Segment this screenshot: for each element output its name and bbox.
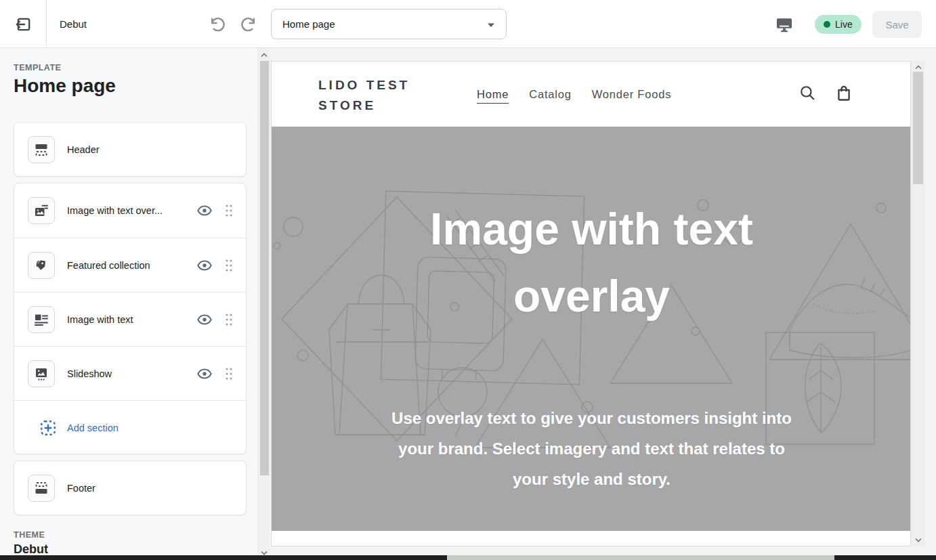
hero-heading: Image with text overlay [358,196,826,330]
sidebar-item-header[interactable]: Header [14,123,246,177]
section-card-header: Header [14,122,247,177]
sidebar-page-title: Home page [14,75,116,97]
store-header: LIDO TEST STORE Home Catalog Wonder Food… [272,62,910,127]
sidebar: TEMPLATE Home page Header [0,48,257,560]
topbar: Debut Home page Live Save [0,0,936,48]
scrollbar-thumb[interactable] [260,61,269,475]
desktop-monitor-icon [775,15,794,34]
store-logo[interactable]: LIDO TEST STORE [318,75,433,116]
add-section-icon [39,418,58,437]
hero-section[interactable]: Image with text overlay Use overlay text… [272,127,911,531]
section-card-group: Image with text over... [14,183,247,454]
visibility-eye-icon[interactable] [196,311,213,328]
template-label: TEMPLATE [14,63,61,72]
featured-collection-icon [28,252,55,279]
theme-label: THEME [14,530,45,540]
store-nav: Home Catalog Wonder Foods [477,62,671,127]
scroll-down-icon[interactable] [911,535,925,544]
add-section-label: Add section [67,401,119,454]
topbar-divider [46,0,47,47]
section-label: Header [67,123,100,177]
footer-icon [28,475,55,502]
drag-handle-icon[interactable] [223,311,235,328]
cart-bag-icon[interactable] [834,83,853,105]
nav-link-wonder-foods[interactable]: Wonder Foods [592,88,672,101]
image-with-text-icon [28,306,55,333]
bottom-strip-left [0,555,447,560]
live-status-badge: Live [815,15,861,34]
section-card-footer: Footer [14,460,247,515]
store-preview-page: LIDO TEST STORE Home Catalog Wonder Food… [271,61,911,546]
nav-link-home[interactable]: Home [477,88,509,101]
bottom-strip-right [834,555,936,560]
nav-link-catalog[interactable]: Catalog [529,88,571,101]
section-label: Footer [67,461,95,515]
page-selector-value: Home page [282,18,335,30]
scroll-up-icon[interactable] [911,62,925,72]
sidebar-item-footer[interactable]: Footer [14,461,246,515]
section-label: Slideshow [67,347,112,401]
undo-button[interactable] [205,14,228,35]
redo-icon [240,16,258,34]
undo-icon [208,16,226,34]
search-icon[interactable] [799,84,816,104]
live-label: Live [835,19,853,30]
sidebar-item-featured-collection[interactable]: Featured collection [14,238,246,292]
redo-button[interactable] [237,14,260,35]
sidebar-item-image-with-text-overlay[interactable]: Image with text over... [14,184,246,238]
section-label: Image with text [67,293,133,347]
add-section-button[interactable]: Add section [14,400,246,454]
live-dot-icon [824,21,830,28]
sidebar-item-slideshow[interactable]: Slideshow [14,346,246,400]
sidebar-scrollbar[interactable] [257,48,270,560]
drag-handle-icon[interactable] [223,366,235,382]
drag-handle-icon[interactable] [223,202,235,219]
preview-scrollbar[interactable] [911,61,925,546]
image-text-overlay-icon [28,197,55,224]
drag-handle-icon[interactable] [223,257,235,274]
exit-icon [14,15,33,34]
visibility-eye-icon[interactable] [196,202,213,219]
bottom-strip-middle [447,555,834,560]
topbar-theme-name: Debut [60,0,87,47]
theme-name: Debut [14,542,48,557]
exit-editor-button[interactable] [11,12,37,37]
scrollbar-thumb[interactable] [913,72,923,184]
store-header-icons [799,62,853,127]
visibility-eye-icon[interactable] [196,257,213,274]
device-preview-button[interactable] [772,14,796,35]
header-icon [28,136,55,163]
hero-body-text: Use overlay text to give your customers … [380,403,803,494]
scroll-up-icon[interactable] [258,50,270,60]
sidebar-item-image-with-text[interactable]: Image with text [14,292,246,346]
chevron-down-icon [487,18,495,30]
save-button[interactable]: Save [872,11,922,38]
section-label: Image with text over... [67,184,163,238]
section-label: Featured collection [67,238,150,293]
visibility-eye-icon[interactable] [196,366,213,382]
page-selector-dropdown[interactable]: Home page [271,9,507,39]
slideshow-icon [28,360,55,387]
